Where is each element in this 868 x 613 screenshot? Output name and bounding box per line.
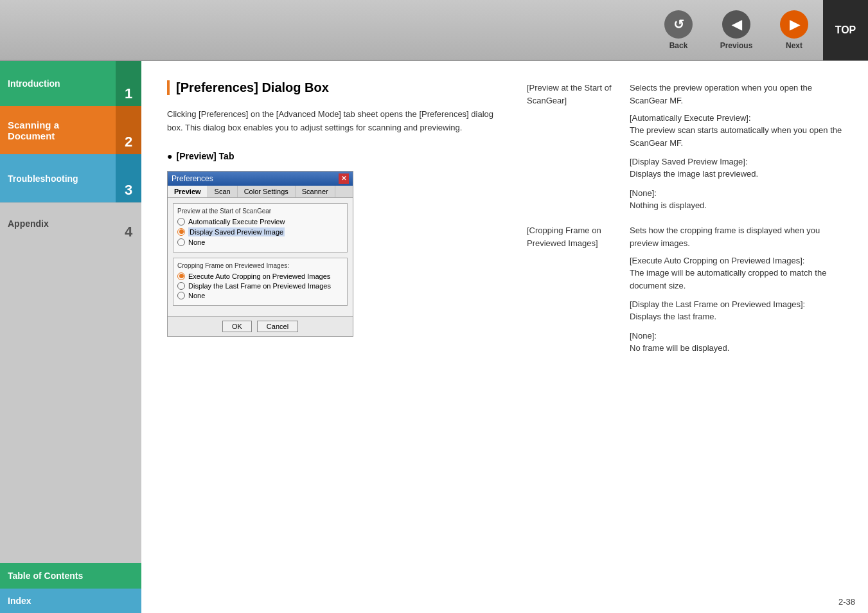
sub-item-last-frame-title: [Display the Last Frame on Previewed Ima… xyxy=(630,299,842,309)
sub-item-none-1-desc: Nothing is displayed. xyxy=(630,199,842,212)
radio-none-2-circle xyxy=(177,292,185,299)
sidebar-item-scanning[interactable]: Scanning a Document 2 xyxy=(0,106,141,154)
sidebar-item-introduction-label: Introduction xyxy=(0,61,116,106)
table-row: [Cropping Frame on Previewed Images] Set… xyxy=(527,223,842,251)
term-block-cropping: [Cropping Frame on Previewed Images] Set… xyxy=(527,223,842,354)
sidebar-item-appendix[interactable]: Appendix 4 xyxy=(0,202,141,244)
index-button[interactable]: Index xyxy=(0,589,141,613)
dialog-group-preview: Preview at the Start of ScanGear Automat… xyxy=(173,203,348,253)
sidebar-item-troubleshooting[interactable]: Troubleshooting 3 xyxy=(0,154,141,202)
radio-auto-execute[interactable]: Automatically Execute Preview xyxy=(177,218,343,226)
main-content: [Preferences] Dialog Box Clicking [Prefe… xyxy=(141,61,868,613)
term-label-cropping: [Cropping Frame on Previewed Images] xyxy=(527,223,630,251)
dialog-titlebar: Preferences ✕ xyxy=(168,172,353,186)
dialog-title: Preferences xyxy=(172,174,213,183)
dialog-tab-scan[interactable]: Scan xyxy=(208,186,238,197)
sub-item-auto-crop-desc: The image will be automatically cropped … xyxy=(630,267,842,292)
dialog-tab-colorsettings[interactable]: Color Settings xyxy=(238,186,296,197)
dialog-screenshot: Preferences ✕ Preview Scan Color Setting… xyxy=(167,171,353,337)
right-column: [Preview at the Start of ScanGear] Selec… xyxy=(527,80,842,366)
sidebar-item-troubleshooting-number: 3 xyxy=(116,154,141,202)
dialog-close-button[interactable]: ✕ xyxy=(339,173,349,184)
radio-none-2-label: None xyxy=(188,292,205,299)
nav-buttons: ↺ Back ◀ Previous ▶ Next TOP xyxy=(650,0,868,60)
sidebar-item-scanning-label: Scanning a Document xyxy=(0,106,116,154)
top-label[interactable]: TOP xyxy=(823,0,868,60)
radio-none-1-circle xyxy=(177,238,185,246)
previous-label: Previous xyxy=(720,41,753,50)
term-label-preview: [Preview at the Start of ScanGear] xyxy=(527,80,630,108)
sub-item-display-saved-title: [Display Saved Preview Image]: xyxy=(630,157,842,166)
radio-display-saved-circle xyxy=(177,228,185,236)
term-desc-cropping: Sets how the cropping frame is displayed… xyxy=(630,223,842,251)
term-table-cropping: [Cropping Frame on Previewed Images] Set… xyxy=(527,223,842,251)
sub-item-last-frame: [Display the Last Frame on Previewed Ima… xyxy=(630,299,842,323)
radio-auto-execute-circle xyxy=(177,218,185,226)
sidebar-item-appendix-label: Appendix xyxy=(0,203,116,244)
radio-none-1-label: None xyxy=(188,238,205,246)
dialog-cancel-button[interactable]: Cancel xyxy=(257,321,298,332)
radio-auto-crop[interactable]: Execute Auto Cropping on Previewed Image… xyxy=(177,272,343,280)
back-icon: ↺ xyxy=(664,10,693,39)
term-table-preview: [Preview at the Start of ScanGear] Selec… xyxy=(527,80,842,108)
sub-item-display-saved: [Display Saved Preview Image]: Displays … xyxy=(630,157,842,181)
sub-item-auto-crop: [Execute Auto Cropping on Previewed Imag… xyxy=(630,256,842,292)
radio-auto-crop-circle xyxy=(177,272,185,280)
sidebar-item-scanning-number: 2 xyxy=(116,106,141,154)
back-label: Back xyxy=(669,41,688,50)
radio-display-saved-label: Display Saved Preview Image xyxy=(188,227,285,236)
dialog-tab-scanner[interactable]: Scanner xyxy=(296,186,335,197)
sub-item-last-frame-desc: Displays the last frame. xyxy=(630,310,842,323)
radio-none-2[interactable]: None xyxy=(177,292,343,299)
radio-none-1[interactable]: None xyxy=(177,238,343,246)
radio-auto-execute-label: Automatically Execute Preview xyxy=(188,218,285,226)
sidebar: Introduction 1 Scanning a Document 2 Tro… xyxy=(0,61,141,613)
next-icon: ▶ xyxy=(780,10,808,39)
previous-icon: ◀ xyxy=(722,10,750,39)
sidebar-item-introduction[interactable]: Introduction 1 xyxy=(0,61,141,106)
sub-item-display-saved-desc: Displays the image last previewed. xyxy=(630,168,842,181)
back-button[interactable]: ↺ Back xyxy=(650,0,707,60)
next-button[interactable]: ▶ Next xyxy=(765,0,823,60)
sub-item-none-1-title: [None]: xyxy=(630,188,842,198)
previous-button[interactable]: ◀ Previous xyxy=(707,0,765,60)
sub-item-none-1: [None]: Nothing is displayed. xyxy=(630,188,842,212)
radio-auto-crop-label: Execute Auto Cropping on Previewed Image… xyxy=(188,272,330,280)
sub-item-auto-execute-desc: The preview scan starts automatically wh… xyxy=(630,124,842,149)
dialog-group-cropping: Cropping Frame on Previewed Images: Exec… xyxy=(173,258,348,306)
radio-display-saved[interactable]: Display Saved Preview Image xyxy=(177,227,343,236)
term-desc-preview: Selects the preview operation when you o… xyxy=(630,80,842,108)
top-bar: ↺ Back ◀ Previous ▶ Next TOP xyxy=(0,0,868,61)
dialog-tab-preview[interactable]: Preview xyxy=(168,186,208,197)
dialog-body: Preview at the Start of ScanGear Automat… xyxy=(168,198,353,316)
left-column: [Preferences] Dialog Box Clicking [Prefe… xyxy=(167,80,501,366)
sidebar-bottom: Table of Contents Index xyxy=(0,563,141,613)
content-layout: [Preferences] Dialog Box Clicking [Prefe… xyxy=(167,80,842,366)
sub-item-none-2-desc: No frame will be displayed. xyxy=(630,342,842,355)
sidebar-item-troubleshooting-label: Troubleshooting xyxy=(0,154,116,202)
next-label: Next xyxy=(786,41,802,50)
sub-item-none-2: [None]: No frame will be displayed. xyxy=(630,331,842,355)
radio-last-frame-label: Display the Last Frame on Previewed Imag… xyxy=(188,282,331,290)
page-number: 2-38 xyxy=(838,597,855,607)
sidebar-item-appendix-number: 4 xyxy=(116,203,141,244)
sub-item-auto-crop-title: [Execute Auto Cropping on Previewed Imag… xyxy=(630,256,842,265)
sub-item-auto-execute: [Automatically Execute Preview]: The pre… xyxy=(630,113,842,149)
dialog-group-cropping-title: Cropping Frame on Previewed Images: xyxy=(177,262,343,269)
dialog-ok-button[interactable]: OK xyxy=(222,321,252,332)
toc-button[interactable]: Table of Contents xyxy=(0,563,141,589)
sidebar-item-introduction-number: 1 xyxy=(116,61,141,106)
radio-last-frame[interactable]: Display the Last Frame on Previewed Imag… xyxy=(177,282,343,290)
page-title: [Preferences] Dialog Box xyxy=(167,80,501,95)
dialog-group-preview-title: Preview at the Start of ScanGear xyxy=(177,208,343,215)
sub-item-none-2-title: [None]: xyxy=(630,331,842,341)
dialog-tabs: Preview Scan Color Settings Scanner xyxy=(168,186,353,198)
sub-item-auto-execute-title: [Automatically Execute Preview]: xyxy=(630,113,842,123)
intro-text: Clicking [Preferences] on the [Advanced … xyxy=(167,108,501,135)
table-row: [Preview at the Start of ScanGear] Selec… xyxy=(527,80,842,108)
term-block-preview: [Preview at the Start of ScanGear] Selec… xyxy=(527,80,842,211)
radio-last-frame-circle xyxy=(177,282,185,290)
section-heading: [Preview] Tab xyxy=(167,151,501,161)
dialog-footer: OK Cancel xyxy=(168,316,353,336)
